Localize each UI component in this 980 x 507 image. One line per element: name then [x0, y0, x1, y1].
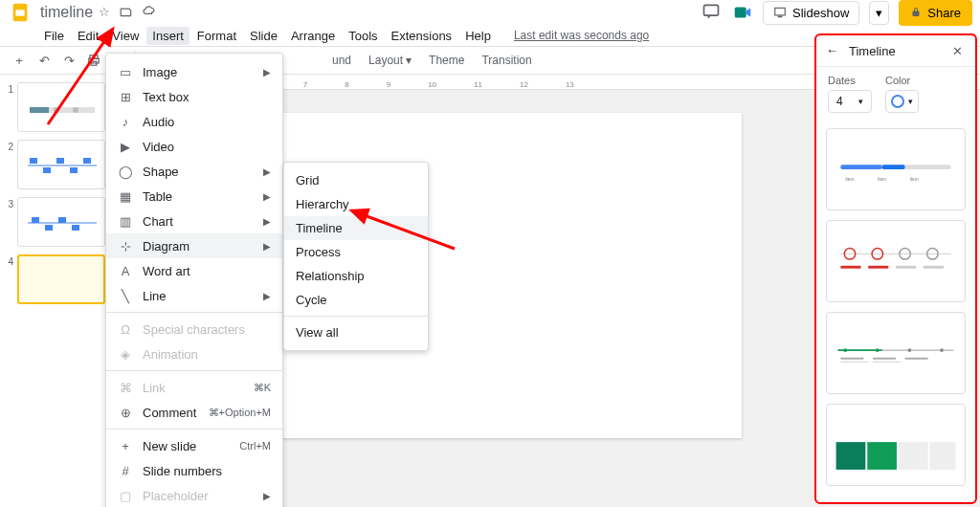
svg-rect-2 — [704, 5, 719, 15]
theme-button[interactable]: Theme — [421, 51, 472, 70]
submenu-item-view-all[interactable]: View all — [284, 320, 428, 344]
slide-thumbnails: 1 2 3 4 — [0, 75, 110, 507]
comment-icon: ⊕ — [118, 405, 133, 420]
dates-select[interactable]: 4▾ — [828, 90, 872, 113]
svg-point-43 — [907, 348, 911, 352]
svg-rect-45 — [840, 358, 863, 360]
menu-slide[interactable]: Slide — [244, 27, 283, 45]
menu-arrange[interactable]: Arrange — [285, 27, 341, 45]
menu-item-word-art[interactable]: AWord art — [106, 258, 282, 283]
thumbnail-3[interactable] — [17, 197, 105, 247]
back-arrow-icon[interactable]: ← — [826, 43, 841, 58]
menu-item-image[interactable]: ▭Image▶ — [106, 59, 282, 84]
menu-format[interactable]: Format — [191, 27, 242, 45]
document-title[interactable]: timeline — [40, 4, 93, 21]
redo-button[interactable]: ↷ — [57, 49, 80, 72]
template-list: ItemItemItem — [816, 121, 975, 494]
menu-item-audio[interactable]: ♪Audio — [106, 109, 282, 134]
menu-item-slide-numbers[interactable]: #Slide numbers — [106, 458, 282, 483]
menu-file[interactable]: File — [38, 27, 70, 45]
svg-rect-36 — [868, 266, 888, 269]
diagram-icon: ⊹ — [118, 238, 133, 254]
svg-rect-52 — [899, 442, 928, 470]
special-icon: Ω — [118, 321, 133, 337]
svg-rect-14 — [30, 158, 37, 164]
menu-item-animation: ◈Animation — [106, 342, 282, 366]
menu-item-chart[interactable]: ▥Chart▶ — [106, 209, 282, 233]
template-1[interactable]: ItemItemItem — [826, 128, 966, 210]
move-icon[interactable] — [120, 5, 135, 20]
submenu-item-timeline[interactable]: Timeline — [284, 216, 428, 240]
menu-item-text-box[interactable]: ⊞Text box — [106, 84, 282, 109]
svg-rect-15 — [43, 167, 51, 173]
slideshow-button[interactable]: Slideshow — [763, 1, 859, 25]
submenu-item-hierarchy[interactable]: Hierarchy — [284, 192, 428, 216]
svg-rect-3 — [735, 8, 746, 18]
close-icon[interactable]: ✕ — [952, 44, 966, 57]
slides-logo[interactable] — [8, 0, 33, 25]
svg-rect-38 — [924, 266, 944, 269]
transition-button[interactable]: Transition — [474, 51, 539, 70]
svg-rect-23 — [72, 225, 79, 231]
background-button[interactable]: und — [324, 51, 359, 70]
meet-icon[interactable] — [732, 2, 753, 23]
menu-item-comment[interactable]: ⊕Comment⌘+Option+M — [106, 400, 282, 425]
star-icon[interactable]: ☆ — [99, 5, 114, 20]
menu-extensions[interactable]: Extensions — [386, 27, 458, 45]
menu-item-special-characters: ΩSpecial characters — [106, 317, 282, 342]
share-label: Share — [927, 6, 961, 20]
svg-text:Item: Item — [909, 177, 918, 182]
svg-rect-17 — [70, 167, 78, 173]
svg-rect-53 — [930, 442, 956, 470]
submenu-item-cycle[interactable]: Cycle — [284, 288, 428, 312]
timeline-sidepanel: ← Timeline ✕ Dates 4▾ Color ▾ ItemItemIt… — [814, 33, 977, 504]
submenu-item-process[interactable]: Process — [284, 240, 428, 264]
menu-item-new-slide[interactable]: +New slideCtrl+M — [106, 433, 282, 458]
share-button[interactable]: Share — [899, 0, 972, 26]
menu-item-video[interactable]: ▶Video — [106, 134, 282, 159]
submenu-item-relationship[interactable]: Relationship — [284, 264, 428, 288]
submenu-item-grid[interactable]: Grid — [284, 168, 428, 192]
svg-rect-21 — [45, 225, 53, 231]
thumbnail-2[interactable] — [17, 140, 105, 189]
svg-point-44 — [940, 348, 944, 352]
color-label: Color — [885, 75, 919, 86]
thumbnail-4[interactable] — [17, 254, 105, 304]
slideshow-caret[interactable]: ▾ — [869, 1, 889, 25]
menu-item-line[interactable]: ╲Line▶ — [106, 283, 282, 308]
svg-rect-35 — [840, 266, 860, 269]
thumbnail-1[interactable] — [17, 82, 105, 132]
menu-item-placeholder: ▢Placeholder▶ — [106, 483, 282, 507]
template-4[interactable] — [826, 404, 966, 486]
menu-insert[interactable]: Insert — [146, 27, 189, 45]
template-3[interactable] — [826, 312, 966, 394]
menu-edit[interactable]: Edit — [72, 27, 104, 45]
new-slide-button[interactable]: + — [8, 49, 31, 72]
undo-button[interactable]: ↶ — [33, 49, 56, 72]
menu-item-diagram[interactable]: ⊹Diagram▶ — [106, 233, 282, 258]
last-edit[interactable]: Last edit was seconds ago — [508, 27, 655, 44]
svg-rect-51 — [867, 442, 897, 470]
menu-help[interactable]: Help — [459, 27, 497, 45]
layout-button[interactable]: Layout▾ — [361, 51, 419, 70]
slidenum-icon: # — [118, 463, 133, 478]
svg-rect-48 — [840, 362, 868, 363]
svg-rect-4 — [775, 8, 786, 15]
menu-view[interactable]: View — [106, 27, 145, 45]
menu-item-shape[interactable]: ◯Shape▶ — [106, 159, 282, 184]
shape-icon: ◯ — [118, 164, 133, 179]
template-2[interactable] — [826, 220, 966, 302]
video-icon: ▶ — [118, 139, 133, 154]
title-bar: timeline ☆ Slideshow ▾ Share — [0, 0, 980, 25]
image-icon: ▭ — [118, 64, 133, 79]
diagram-submenu: GridHierarchyTimelineProcessRelationship… — [283, 162, 429, 351]
svg-rect-37 — [896, 266, 916, 269]
menu-tools[interactable]: Tools — [343, 27, 383, 45]
svg-rect-20 — [32, 217, 39, 223]
comments-icon[interactable] — [702, 2, 723, 23]
print-button[interactable] — [82, 49, 105, 72]
cloud-status-icon[interactable] — [141, 5, 156, 20]
color-select[interactable]: ▾ — [885, 90, 919, 113]
svg-rect-26 — [882, 165, 905, 169]
menu-item-table[interactable]: ▦Table▶ — [106, 184, 282, 209]
